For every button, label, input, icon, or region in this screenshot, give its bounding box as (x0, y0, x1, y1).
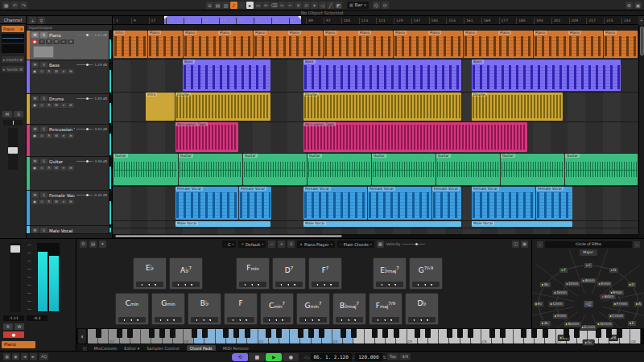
tab-midi-remote[interactable]: MIDI Remote (223, 346, 249, 351)
fader-handle[interactable] (10, 245, 20, 253)
divider-icon[interactable]: · (238, 2, 246, 9)
clip[interactable]: Guitar (372, 154, 436, 185)
piano-key-black[interactable] (382, 329, 388, 338)
glue-tool[interactable]: ⌐ (287, 2, 294, 9)
volume-control[interactable]: -1.29 dB (76, 63, 107, 67)
adaptive-voicing-icon[interactable]: ⚓ (287, 241, 295, 248)
circle-chord-chip[interactable]: D (626, 282, 636, 288)
circle-chord-chip[interactable]: G♭ (583, 339, 595, 346)
solo-button[interactable]: S (40, 228, 47, 233)
draw-tool[interactable]: ✏ (262, 2, 270, 9)
zone-setup-icon[interactable]: ◰ (83, 346, 87, 351)
clip[interactable]: Intro (146, 93, 175, 121)
freeze-button[interactable]: ⊞ (68, 166, 74, 171)
circle-chord-chip[interactable]: C♯min (607, 313, 625, 319)
edit-button[interactable]: e (60, 39, 67, 44)
cycle-button[interactable]: ⟲ (232, 353, 248, 361)
clip[interactable]: Piano (148, 31, 183, 58)
clip[interactable]: Female Vocal (472, 187, 535, 220)
clip[interactable]: Guitar (436, 154, 500, 185)
play-button[interactable]: ▶ (266, 353, 282, 361)
piano-key-black[interactable] (341, 329, 346, 338)
sends-section-header[interactable]: ▸ Sends ⊞ (2, 66, 24, 72)
circle-chord-chip[interactable]: Dmin (564, 281, 581, 287)
piano-key-black[interactable] (372, 329, 378, 338)
comp-tool[interactable]: ✦ (311, 2, 318, 9)
tap-tempo-button[interactable]: Tap (387, 353, 398, 360)
track-header-male-vocal[interactable]: MSMale Vocal (27, 226, 112, 234)
piano-key-black[interactable] (170, 329, 175, 338)
play-tool[interactable]: ◁ (319, 2, 326, 9)
clip[interactable]: Piano (464, 31, 498, 58)
channel-track-chip[interactable]: Piano e (2, 26, 24, 32)
clip[interactable]: Bass (303, 60, 461, 91)
clip[interactable]: Drums (303, 93, 461, 121)
chord-pad[interactable]: A♭7 (169, 257, 203, 290)
edit-channel-icon[interactable]: e (20, 26, 23, 32)
mute-button[interactable]: M (31, 228, 39, 233)
add-send-icon[interactable]: ⊞ (19, 68, 23, 72)
freeze-button[interactable]: ⊞ (68, 39, 74, 44)
chord-pad[interactable]: E♭maj7 (373, 257, 407, 290)
snap-icon[interactable]: ▥ (222, 2, 229, 9)
velocity-slider[interactable] (402, 244, 425, 245)
mute-button[interactable]: M (31, 158, 39, 164)
fader-handle[interactable] (8, 147, 18, 154)
clip[interactable]: Male Vocal (175, 221, 270, 227)
circle-chord-chip[interactable]: A♭ (539, 320, 551, 327)
punch-icon[interactable]: ◉ (12, 353, 19, 360)
zoom-tool[interactable]: ⊙ (303, 2, 310, 9)
pads-right-zone-icon[interactable]: ▣ (521, 241, 528, 248)
clip[interactable]: Percussion Tape (303, 122, 527, 152)
piano-key-black[interactable] (127, 329, 133, 338)
object-selection-tool[interactable]: ▸ (246, 2, 254, 9)
circle-chord-chip[interactable]: G♯min (595, 321, 613, 327)
ruler-options-icon[interactable]: + (638, 16, 644, 25)
add-track-button[interactable]: + (29, 17, 36, 24)
monitor-button[interactable]: ⊙ (39, 69, 45, 74)
time-signature[interactable]: 4/4 (399, 353, 411, 360)
chord-pad[interactable]: E♭ (133, 257, 167, 290)
vertical-scroll-thumb[interactable] (640, 27, 644, 56)
position-display[interactable]: 86. 1. 2.120 (311, 353, 352, 361)
clip[interactable]: Piano (498, 31, 533, 58)
clip[interactable]: Female Vocal (303, 187, 367, 220)
circle-chord-chip[interactable]: Amin (580, 278, 597, 284)
record-enable-button[interactable]: ● (31, 200, 38, 204)
track-filter-icon[interactable]: ⚲ (38, 17, 45, 24)
volume-control[interactable]: -3.46 dB (76, 159, 107, 163)
clip[interactable]: Male Vocal (303, 221, 461, 227)
read-button[interactable]: R (46, 200, 52, 204)
chord-pad[interactable]: Gmin7 (296, 293, 330, 325)
chord-pad[interactable]: F7 (308, 257, 342, 290)
input-output-folder-row[interactable]: Input/Output (27, 25, 112, 31)
piano-key-black[interactable] (564, 329, 569, 338)
record-enable-button[interactable]: ● (3, 331, 24, 338)
clip[interactable]: Piano (568, 31, 603, 58)
read-button[interactable]: R (46, 39, 52, 44)
write-automation-button[interactable]: W (14, 323, 24, 330)
pads-filter-icon[interactable]: ▾ (99, 241, 106, 248)
chord-style-select[interactable]: ▷Plain Chords▾ (337, 241, 374, 248)
grid-type-select[interactable]: ▦ Bar ▾ (347, 2, 369, 9)
track-header-percussion-tape[interactable]: MSPercussion Tape-4.43 dB●⊙RWe⊞ (27, 125, 112, 157)
clip[interactable]: Piano (184, 31, 218, 58)
circle-chord-chip[interactable]: B♭ (539, 282, 551, 288)
solo-button[interactable]: S (40, 192, 47, 198)
chord-pad[interactable]: D♭ (405, 293, 439, 325)
clip[interactable]: Piano (324, 31, 358, 58)
clip[interactable]: Guitar (179, 154, 242, 185)
peak-readout[interactable]: -0.3 (27, 315, 47, 321)
pads-grid-icon[interactable]: ▦ (377, 241, 384, 248)
mute-tool[interactable]: ✕ (295, 2, 302, 9)
strip-display[interactable] (2, 44, 24, 53)
edit-button[interactable]: e (60, 69, 67, 74)
piano-key-black[interactable] (468, 329, 473, 338)
solo-button[interactable]: S (40, 62, 47, 68)
chord-pad[interactable]: B♭ (188, 293, 221, 325)
monitor-button[interactable]: ⊙ (39, 103, 45, 108)
velocity-control[interactable]: Velocity (386, 242, 425, 246)
piano-key-black[interactable] (596, 329, 601, 338)
mute-button[interactable]: M (31, 32, 39, 38)
clip[interactable]: Female Vocal (175, 187, 238, 220)
